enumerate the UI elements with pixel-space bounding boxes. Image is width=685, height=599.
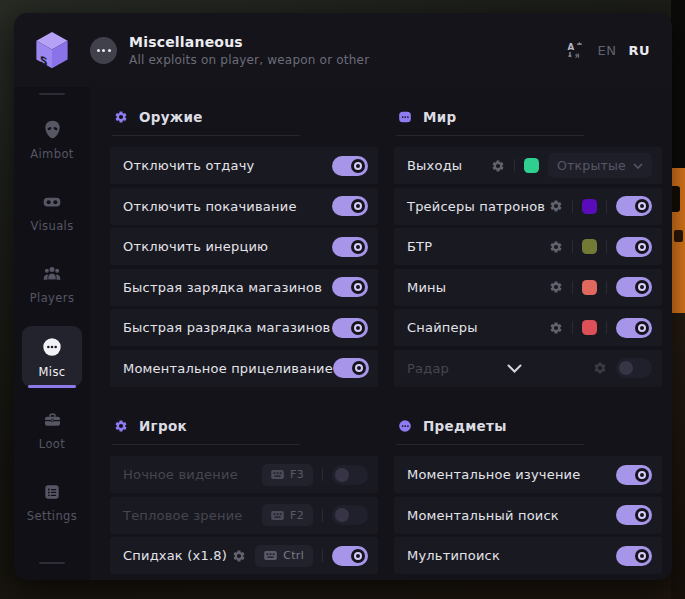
toggle-switch[interactable]	[332, 277, 368, 297]
row-label: Выходы	[407, 158, 462, 173]
sidebar-divider	[39, 562, 65, 564]
section-player: Игрок Ночное видение F3	[110, 408, 378, 578]
toggle-row[interactable]: Отключить инерцию	[110, 228, 378, 265]
expand-chevron-down-icon[interactable]	[507, 364, 522, 373]
svg-text:я: я	[575, 50, 580, 59]
section-title: Мир	[423, 109, 456, 125]
ellipsis-circle-icon	[41, 336, 63, 358]
control-separator	[606, 321, 607, 334]
toggle-switch[interactable]	[332, 237, 368, 257]
toggle-switch[interactable]	[616, 196, 652, 216]
toggle-row[interactable]: Отключить покачивание	[110, 188, 378, 225]
active-tab-underline	[28, 385, 76, 388]
row-settings-gear-icon[interactable]	[549, 321, 563, 335]
sidebar: Aimbot Visuals	[14, 87, 90, 580]
keybind-badge[interactable]: Ctrl	[255, 545, 313, 567]
background-brown-strip	[671, 313, 685, 599]
toggle-switch[interactable]	[616, 318, 652, 338]
sidebar-item-label: Aimbot	[30, 147, 74, 161]
color-swatch[interactable]	[582, 199, 597, 214]
toggle-row[interactable]: Мины	[394, 269, 662, 306]
section-title: Игрок	[139, 418, 187, 434]
color-swatch[interactable]	[524, 158, 539, 173]
toggle-row[interactable]: Трейсеры патронов	[394, 188, 662, 225]
control-separator	[606, 200, 607, 213]
control-separator	[322, 468, 323, 481]
toggle-row[interactable]: Быстрая зарядка магазинов	[110, 269, 378, 306]
toggle-switch[interactable]	[332, 505, 368, 525]
lang-ru-button[interactable]: RU	[628, 43, 650, 58]
row-label: Спидхак (x1.8)	[123, 548, 227, 563]
players-icon	[41, 264, 63, 284]
toggle-switch[interactable]	[333, 358, 369, 378]
toggle-switch[interactable]	[616, 237, 652, 257]
toggle-row-disabled[interactable]: Радар	[394, 350, 662, 387]
toggle-row[interactable]: Спидхак (x1.8) Ctrl	[110, 537, 378, 574]
section-divider	[396, 135, 584, 136]
toggle-row[interactable]: Моментальное прицеливание	[110, 350, 378, 387]
row-label: Быстрая зарядка магазинов	[123, 280, 322, 295]
toggle-switch[interactable]	[332, 546, 368, 566]
row-settings-gear-icon[interactable]	[549, 199, 563, 213]
control-separator	[514, 159, 515, 172]
sidebar-item-aimbot[interactable]: Aimbot	[22, 109, 82, 169]
world-icon	[398, 110, 412, 124]
toggle-switch[interactable]	[616, 505, 652, 525]
toggle-row[interactable]: Быстрая разрядка магазинов	[110, 309, 378, 346]
sidebar-item-visuals[interactable]: Visuals	[22, 182, 82, 241]
chevron-down-icon	[633, 163, 643, 169]
row-settings-gear-icon[interactable]	[593, 361, 607, 375]
toggle-switch[interactable]	[616, 358, 652, 378]
row-label: Мультипоиск	[407, 548, 500, 563]
row-label: Тепловое зрение	[123, 508, 243, 523]
lang-en-button[interactable]: EN	[597, 43, 616, 58]
keybind-badge[interactable]: F2	[262, 504, 313, 526]
sidebar-item-label: Loot	[39, 437, 65, 451]
toggle-row[interactable]: Отключить отдачу	[110, 147, 378, 184]
sidebar-item-settings[interactable]: Settings	[22, 472, 82, 531]
section-title: Оружие	[139, 109, 203, 125]
cheat-menu-window: S G Miscellaneous All exploits on player…	[14, 13, 672, 580]
toggle-switch[interactable]	[332, 465, 368, 485]
row-settings-gear-icon[interactable]	[491, 159, 505, 173]
control-separator	[322, 549, 323, 562]
section-divider	[396, 444, 584, 445]
toggle-switch[interactable]	[616, 277, 652, 297]
row-label: Моментальное прицеливание	[123, 361, 333, 376]
settings-list-icon	[42, 482, 62, 502]
keyboard-icon	[264, 551, 277, 560]
control-separator	[572, 240, 573, 253]
toggle-row[interactable]: Ночное видение F3	[110, 456, 378, 493]
sidebar-item-label: Settings	[27, 509, 77, 523]
section-weapon: Оружие Отключить отдачу Отключить покачи…	[110, 99, 378, 390]
toggle-row[interactable]: Моментальный поиск	[394, 497, 662, 534]
dropdown-row[interactable]: Выходы Открытые	[394, 147, 662, 184]
color-swatch[interactable]	[582, 320, 597, 335]
row-settings-gear-icon[interactable]	[232, 549, 246, 563]
toggle-row[interactable]: БТР	[394, 228, 662, 265]
control-separator	[322, 509, 323, 522]
row-settings-gear-icon[interactable]	[549, 240, 563, 254]
toggle-switch[interactable]	[332, 196, 368, 216]
sidebar-item-loot[interactable]: Loot	[22, 400, 82, 459]
toggle-row[interactable]: Мультипоиск	[394, 537, 662, 574]
sidebar-item-misc[interactable]: Misc	[22, 326, 82, 387]
row-label: Отключить инерцию	[123, 239, 268, 254]
toggle-switch[interactable]	[332, 318, 368, 338]
background-game-artifact	[672, 168, 685, 313]
exits-dropdown[interactable]: Открытые	[548, 153, 652, 178]
toggle-switch[interactable]	[332, 156, 368, 176]
row-settings-gear-icon[interactable]	[549, 280, 563, 294]
cube-logo-icon: S G	[32, 29, 72, 71]
sidebar-item-players[interactable]: Players	[22, 254, 82, 313]
row-label: БТР	[407, 239, 432, 254]
keybind-badge[interactable]: F3	[262, 464, 313, 486]
toggle-row[interactable]: Моментальное изучение	[394, 456, 662, 493]
toggle-switch[interactable]	[616, 465, 652, 485]
page-title: Miscellaneous	[129, 34, 369, 50]
toggle-row[interactable]: Снайперы	[394, 309, 662, 346]
toggle-switch[interactable]	[616, 546, 652, 566]
color-swatch[interactable]	[582, 280, 597, 295]
toggle-row[interactable]: Тепловое зрение F2	[110, 497, 378, 534]
color-swatch[interactable]	[582, 239, 597, 254]
